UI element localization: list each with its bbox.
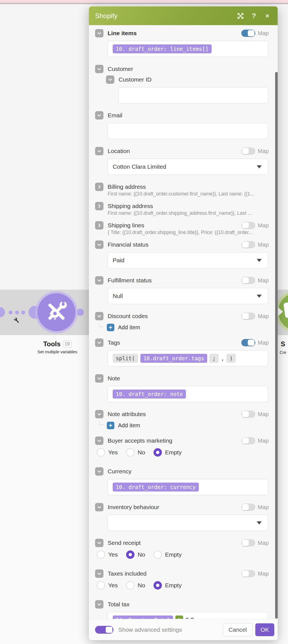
map-toggle[interactable]: [241, 30, 255, 37]
shopify-module-subtitle: Cre: [280, 350, 288, 355]
map-toggle[interactable]: [241, 277, 255, 284]
note-field[interactable]: 10. draft_order: note: [107, 386, 268, 402]
tags-field[interactable]: split( 10.draft_order.tags ; , ): [107, 350, 268, 366]
line-items-field[interactable]: 10. draft_order: line_items[]: [107, 41, 268, 57]
radio-no[interactable]: No: [126, 550, 145, 559]
mapped-value-pill[interactable]: 10. draft_order: currency: [113, 483, 199, 492]
customer-id-input[interactable]: [118, 87, 268, 103]
chevron-down-icon[interactable]: [95, 312, 103, 320]
radio-yes[interactable]: Yes: [97, 448, 118, 457]
radio-empty[interactable]: Empty: [154, 581, 182, 590]
chevron-down-icon[interactable]: [95, 410, 103, 418]
help-icon[interactable]: ?: [250, 12, 258, 20]
tools-module-subtitle: Set multiple variables: [31, 349, 84, 354]
chevron-down-icon[interactable]: [95, 338, 103, 347]
chevron-down-icon[interactable]: [95, 539, 103, 547]
field-shipping-lines: Shipping lines Map: [95, 221, 271, 230]
field-note-attributes: Note attributes Map: [95, 410, 271, 418]
mapped-value-pill[interactable]: 24. Running Total: [113, 616, 173, 619]
tools-module-node[interactable]: [37, 293, 75, 331]
field-buyer-accepts-marketing: Buyer accepts marketing Map: [95, 437, 271, 445]
field-label: Shipping lines: [108, 222, 144, 229]
map-toggle[interactable]: [241, 504, 255, 511]
mapped-value-pill[interactable]: 10. draft_order: note: [113, 390, 186, 399]
discount-codes-add-item[interactable]: + Add item: [99, 324, 271, 331]
selected-option: Paid: [113, 257, 124, 264]
map-toggle[interactable]: [241, 147, 255, 155]
field-label: Location: [108, 148, 130, 154]
map-toggle[interactable]: [241, 539, 255, 547]
chevron-down-icon[interactable]: [95, 569, 103, 578]
chevron-down-icon[interactable]: [95, 437, 103, 445]
mapped-value-pill[interactable]: 10. draft_order: line_items[]: [113, 44, 212, 53]
currency-field[interactable]: 10. draft_order: currency: [107, 479, 268, 495]
map-toggle[interactable]: [241, 241, 255, 248]
tools-module-title: Tools: [43, 340, 60, 348]
radio-empty[interactable]: Empty: [154, 550, 182, 559]
chevron-down-icon[interactable]: [95, 374, 103, 383]
field-tags: Tags Map: [95, 338, 271, 347]
location-select[interactable]: Cotton Clara Limited: [107, 159, 268, 175]
function-pill[interactable]: split(: [113, 354, 138, 363]
chevron-down-icon[interactable]: [106, 75, 114, 84]
map-toggle[interactable]: [241, 411, 255, 418]
cancel-button[interactable]: Cancel: [223, 623, 252, 636]
field-total-tax: Total tax: [95, 600, 271, 609]
radio-label: No: [138, 449, 145, 456]
close-paren-pill[interactable]: ): [226, 354, 236, 363]
radio-yes[interactable]: Yes: [97, 550, 118, 559]
selected-option: Cotton Clara Limited: [113, 163, 166, 170]
field-shipping-address: Shipping address: [95, 202, 271, 210]
radio-yes[interactable]: Yes: [97, 581, 118, 590]
note-attributes-add-item[interactable]: + Add item: [99, 422, 271, 429]
map-toggle[interactable]: [241, 313, 255, 320]
dialog-scrollbar[interactable]: [275, 72, 278, 619]
expand-icon[interactable]: [236, 12, 245, 20]
chevron-right-icon[interactable]: [95, 202, 103, 210]
field-fulfillment-status: Fulfillment status Map: [95, 276, 271, 285]
field-label: Customer ID: [119, 76, 152, 83]
map-toggle-label: Map: [258, 148, 269, 154]
separator-pill[interactable]: ;: [209, 354, 219, 363]
chevron-down-icon[interactable]: [95, 600, 103, 609]
advanced-settings-toggle[interactable]: [95, 626, 114, 634]
mapped-value-pill[interactable]: 10.draft_order.tags: [140, 354, 207, 363]
dialog-title: Shopify: [95, 12, 231, 20]
total-tax-field[interactable]: 24. Running Total * 0.2: [107, 612, 268, 619]
radio-no[interactable]: No: [126, 581, 145, 590]
dialog-footer: Show advanced settings Cancel OK: [89, 619, 278, 640]
plus-icon[interactable]: +: [107, 422, 114, 429]
field-line-items: Line items Map: [95, 29, 271, 37]
financial-status-select[interactable]: Paid: [107, 252, 268, 268]
chevron-down-icon[interactable]: [95, 240, 103, 249]
chevron-down-icon[interactable]: [95, 503, 103, 511]
billing-address-summary: First name: {{10.draft_order.customer.fi…: [108, 191, 268, 197]
tree-connector: [99, 421, 104, 425]
chevron-down-icon[interactable]: [95, 65, 103, 73]
radio-label: Yes: [108, 582, 118, 589]
close-icon[interactable]: ×: [263, 12, 272, 20]
chevron-down-icon[interactable]: [95, 276, 103, 285]
tools-module-label: Tools19 Set multiple variables: [31, 340, 84, 354]
chevron-right-icon[interactable]: [95, 183, 103, 191]
radio-no[interactable]: No: [126, 448, 145, 457]
multiply-operator-pill[interactable]: *: [175, 616, 183, 619]
connection-arrow: [278, 307, 283, 316]
map-toggle[interactable]: [241, 222, 255, 229]
chevron-right-icon[interactable]: [95, 221, 103, 230]
chevron-down-icon[interactable]: [95, 29, 103, 37]
chevron-down-icon[interactable]: [95, 467, 103, 476]
chevron-down-icon[interactable]: [95, 111, 103, 120]
map-toggle[interactable]: [241, 570, 255, 577]
ok-button[interactable]: OK: [255, 623, 274, 636]
map-toggle[interactable]: [241, 339, 255, 346]
chevron-down-icon[interactable]: [95, 147, 103, 155]
plus-icon[interactable]: +: [107, 324, 114, 331]
inventory-behaviour-select[interactable]: [107, 515, 268, 531]
dialog-header: Shopify ? ×: [89, 6, 278, 25]
email-input[interactable]: [107, 123, 268, 139]
advanced-settings-label: Show advanced settings: [118, 626, 223, 633]
radio-empty[interactable]: Empty: [154, 448, 182, 457]
map-toggle[interactable]: [241, 437, 255, 444]
fulfillment-status-select[interactable]: Null: [107, 288, 268, 304]
